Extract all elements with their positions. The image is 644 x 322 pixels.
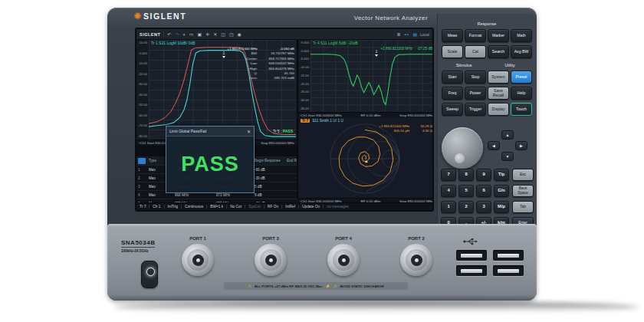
button-marker[interactable]: Marker <box>488 29 509 42</box>
arrow-down-key[interactable]: ▼ <box>501 152 514 161</box>
button-format[interactable]: Format <box>465 29 486 42</box>
usb-port-tongue <box>461 254 482 258</box>
dialog-title: Limit Global Pass/Fail <box>169 129 206 133</box>
screen-menu-button[interactable]: SIGLENT <box>140 32 164 37</box>
button-math[interactable]: Math <box>511 29 532 42</box>
key-4[interactable]: 4 <box>441 185 456 197</box>
y-axis-label: -20.00 <box>298 83 310 86</box>
key-back-space[interactable]: Back Space <box>512 185 534 197</box>
key-5[interactable]: 5 <box>458 185 474 197</box>
usb-device-icon[interactable]: ⊷ <box>404 32 409 37</box>
key-8[interactable]: 8 <box>458 169 474 181</box>
n-connector <box>327 244 360 276</box>
power-button[interactable] <box>141 261 158 288</box>
button-trigger[interactable]: Trigger <box>465 103 486 116</box>
front-panel-controls: Response MeasFormatMarkerMathScaleCalSea… <box>437 14 537 232</box>
y-axis-label: -30.00 <box>136 83 148 86</box>
touch-off-icon[interactable]: ✕ <box>213 32 217 37</box>
touch-cursor-icon[interactable]: ✛ <box>205 32 209 37</box>
button-system[interactable]: System <box>488 71 509 84</box>
touchscreen-display[interactable]: SIGLENT ↶↷⌖▭▣✛✕◫◳◉ ≣⊷▤ Local 10.000.000-… <box>135 28 434 212</box>
ports-row: PORT 1PORT 3PORT 4PORT 2 <box>175 236 439 276</box>
key-9[interactable]: 9 <box>476 169 491 181</box>
y-axis-label: 0.000 <box>136 52 148 55</box>
button-meas[interactable]: Meas <box>442 29 463 42</box>
group-label-stimulus: Stimulus <box>442 63 486 67</box>
rotary-knob[interactable] <box>442 127 483 169</box>
task-list-icon[interactable]: ≣ <box>396 32 400 37</box>
save-icon[interactable]: ◫ <box>221 32 225 37</box>
key-t-p[interactable]: T/p <box>494 169 509 181</box>
key-1[interactable]: 1 <box>441 201 456 213</box>
button-cal[interactable]: Cal <box>465 45 486 58</box>
plot2-traces <box>310 40 434 112</box>
print-icon[interactable]: ◳ <box>229 32 234 37</box>
key-2[interactable]: 2 <box>458 201 474 213</box>
screenshot-icon[interactable]: ◉ <box>238 32 242 37</box>
port-block: PORT 3 <box>248 236 294 276</box>
key-tab[interactable]: Tab <box>512 201 534 213</box>
button-avg-bw[interactable]: Avg BW <box>511 45 532 58</box>
button-sweep[interactable]: Sweep <box>442 103 463 116</box>
key-3[interactable]: 3 <box>476 201 491 213</box>
button-freq[interactable]: Freq <box>442 87 463 100</box>
port-block: PORT 2 <box>393 236 439 276</box>
y-axis-label: 0.000 <box>298 50 310 53</box>
redo-icon[interactable]: ↷ <box>175 32 179 37</box>
y-axis-label: -80.00 <box>136 135 148 138</box>
button-start[interactable]: Start <box>442 71 463 84</box>
plot1-marker-readout: +1 860.821000 MHz-0.060 dBBW:18.732787 M… <box>222 47 294 81</box>
button-help[interactable]: Help <box>511 87 532 100</box>
marker-readout-row: Loss:-585.703 mdB <box>222 76 294 80</box>
group-label-response: Response <box>442 21 532 26</box>
response-button-grid: MeasFormatMarkerMathScaleCalSearchAvg BW <box>442 29 532 58</box>
button-save-recall[interactable]: Save Recall <box>488 87 509 100</box>
key-6[interactable]: 6 <box>476 185 491 197</box>
button-scale[interactable]: Scale <box>442 45 463 58</box>
window-maximize-icon[interactable]: ▭ <box>189 32 194 37</box>
status-item: IntTrig <box>164 205 178 209</box>
y-axis-label: -70.00 <box>136 124 148 127</box>
stimulus-utility-button-grid: StartStopSystemPresetFreqPowerSave Recal… <box>442 71 532 116</box>
usb-zone <box>456 238 529 287</box>
local-mode-label: Local <box>420 32 429 37</box>
y-axis-label: -10.00 <box>298 66 310 69</box>
button-preset[interactable]: Preset <box>511 71 532 84</box>
arrow-left-key[interactable]: ◀ <box>488 141 500 150</box>
dialog-close-icon[interactable]: ✕ <box>247 129 251 134</box>
usb-port-tongue <box>498 254 519 258</box>
pass-result-text: PASS <box>181 153 239 176</box>
keypad: 789T/p456G/n123M/µ0.+/-k/m <box>441 169 509 229</box>
trace5-pass-status: Tr 5 : PASS <box>273 129 293 133</box>
plot2-rf-power: RF 0.00 dBm <box>361 113 381 117</box>
lightning-icon: ⚡ <box>326 284 330 288</box>
status-item: Tr 7 <box>140 205 146 209</box>
key-7[interactable]: 7 <box>441 169 456 181</box>
window-layout-icon[interactable]: ▣ <box>197 32 202 37</box>
button-search[interactable]: Search <box>488 45 509 58</box>
key-esc[interactable]: Esc <box>512 169 534 181</box>
y-axis-label: -15.00 <box>298 74 310 77</box>
warning-triangle-icon: ⚠ <box>334 284 337 288</box>
lan-icon[interactable]: ▤ <box>412 32 417 37</box>
esd-warning: AVOID STATIC DISCHARGE <box>340 284 384 288</box>
button-touch[interactable]: Touch <box>511 103 532 116</box>
plot-area: 10.000.000-10.00-20.00-30.00-40.00-50.00… <box>136 40 432 202</box>
smith-trace-title: S11 Smith 1 U/ 1 U <box>312 119 343 123</box>
port-label: PORT 3 <box>262 236 279 241</box>
button-stop[interactable]: Stop <box>465 71 486 84</box>
usb-port <box>456 265 487 276</box>
marker-peak-icon[interactable]: ⌖ <box>182 32 185 37</box>
undo-icon[interactable]: ↶ <box>167 32 171 37</box>
button-power[interactable]: Power <box>465 87 486 100</box>
dialog-title-bar[interactable]: Limit Global Pass/Fail ✕ <box>166 127 254 136</box>
usb-port <box>493 250 524 261</box>
plot1-y-axis: 10.000.000-10.00-20.00-30.00-40.00-50.00… <box>136 41 148 138</box>
arrow-right-key[interactable]: ▶ <box>515 141 527 150</box>
key-g-n[interactable]: G/n <box>494 185 509 197</box>
usb-trident-icon <box>462 238 478 245</box>
button-display[interactable]: Display <box>488 103 509 116</box>
key-m-[interactable]: M/µ <box>494 201 509 213</box>
arrow-up-key[interactable]: ▲ <box>501 130 514 140</box>
port-label: PORT 2 <box>408 236 425 241</box>
